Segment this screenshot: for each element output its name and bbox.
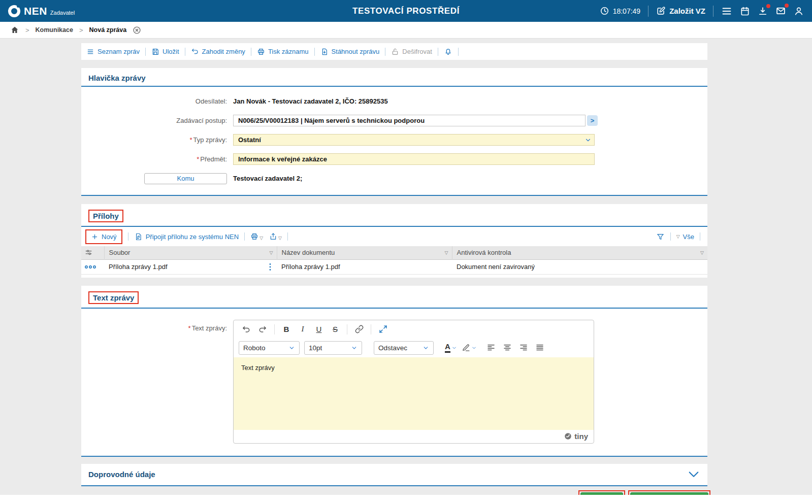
clock-icon [600,6,609,16]
strikethrough-icon: S [333,325,338,333]
server-time: 18:07:49 [600,6,641,16]
divider [274,324,275,334]
section-message-text: Text zprávy *Text zprávy: B I U S [81,286,707,457]
bell-icon [444,47,452,56]
sliders-icon [84,248,93,257]
discard-changes-button[interactable]: Zahodit změny [191,48,245,56]
subject-input[interactable]: Informace k veřejné zakázce [233,153,595,165]
editor-fullscreen-button[interactable] [375,322,391,336]
align-justify-button[interactable] [532,341,547,355]
cell-antivirus: Dokument není zavirovaný [452,259,707,274]
table-row[interactable]: Příloha zprávy 1.pdf Příloha zprávy 1.pd… [81,259,707,274]
nen-home-logo[interactable]: NEN Zadavatel [8,5,75,17]
annotation-highlight: Nový [85,229,122,244]
font-family-select[interactable]: Roboto [239,341,300,355]
highlight-color-button[interactable] [462,344,477,352]
close-tab-button[interactable] [133,26,141,35]
subject-label: *Předmět: [81,155,233,163]
print-attachments-button[interactable]: ▽ [250,232,263,241]
home-button[interactable] [10,25,19,35]
bold-icon: B [284,325,289,333]
notifications-button[interactable] [444,47,452,56]
new-attachment-button[interactable]: Nový [91,233,117,241]
editor-redo-button[interactable] [255,322,270,336]
cell-file: Příloha zprávy 1.pdf [104,259,277,274]
separator [648,6,648,17]
column-header-antivirova-kontrola[interactable]: Antivirová kontrola▽ [452,246,707,259]
procedure-input[interactable]: N006/25/V00012183 | Nájem serverů s tech… [233,115,586,126]
editor-content[interactable]: Text zprávy [234,357,594,430]
messages-button[interactable] [775,6,786,16]
section-title-prilohy: Přílohy [93,212,119,220]
downloads-button[interactable] [758,6,768,16]
decrypt-button[interactable]: Dešifrovat [391,48,432,56]
align-center-button[interactable] [500,341,515,355]
dropdown-triangle-icon: ▽ [259,236,263,241]
save-button[interactable]: Uložit [151,48,179,56]
export-attachments-button[interactable]: ▽ [269,232,282,241]
record-toolbar: Seznam zpráv Uložit Zahodit změny Tisk z… [81,43,707,60]
attach-document-icon [134,232,143,241]
font-size-select[interactable]: 10pt [304,341,362,355]
chevron-down-icon [584,137,592,144]
message-type-value: Ostatní [238,136,261,144]
profile-button[interactable] [794,6,804,16]
separator [314,48,315,56]
align-right-button[interactable] [516,341,531,355]
editor-undo-button[interactable] [239,322,254,336]
open-procedure-button[interactable]: > [587,115,598,126]
brand-role: Zadavatel [50,10,75,16]
column-header-nazev-dokumentu[interactable]: Název dokumentu▽ [277,246,452,259]
link-icon [355,325,364,333]
top-header: NEN Zadavatel TESTOVACÍ PROSTŘEDÍ 18:07:… [0,0,812,22]
cell-menu-icon[interactable] [268,263,272,271]
filter-triangle-icon[interactable]: ▽ [700,250,704,255]
column-header-soubor[interactable]: Soubor▽ [104,246,277,259]
align-left-button[interactable] [483,341,499,355]
document-download-icon [320,48,329,56]
editor-bold-button[interactable]: B [279,322,294,336]
expand-section-button[interactable] [688,471,699,478]
tiny-logo-icon [564,432,572,440]
block-format-select[interactable]: Odstavec [374,341,434,355]
recipients-button[interactable]: Komu [144,173,227,184]
message-list-button[interactable]: Seznam zpráv [86,48,140,56]
section-title-hlavicka: Hlavička zprávy [88,74,146,82]
editor-strikethrough-button[interactable]: S [328,322,343,336]
font-size-value: 10pt [309,344,322,352]
chevron-down-icon [471,345,477,351]
calendar-button[interactable] [740,6,750,16]
menu-button[interactable] [721,6,732,17]
attachments-toolbar: Nový Připojit přílohu ze systému NEN ▽ ▽ [81,227,707,246]
filter-button[interactable] [656,232,665,241]
save-icon [151,48,159,56]
filter-triangle-icon[interactable]: ▽ [270,250,273,255]
highlighter-icon [462,344,470,352]
breadcrumb-item-komunikace[interactable]: Komunikace [36,26,73,33]
separator [287,232,288,241]
create-vz-button[interactable]: Založit VZ [656,6,705,16]
hamburger-icon [721,6,732,17]
text-color-button[interactable]: A [445,343,457,353]
filter-all-button[interactable]: ▽ Vše [676,233,694,241]
home-icon [10,25,19,35]
mail-icon [775,6,786,16]
sender-label: Odesílatel: [81,97,233,105]
download-message-button[interactable]: Stáhnout zprávu [320,48,380,56]
table-settings-button[interactable] [81,246,104,259]
table-header-row: Soubor▽ Název dokumentu▽ Antivirová kont… [81,246,707,259]
message-type-select[interactable]: Ostatní [233,134,595,146]
breadcrumb-item-nova-zprava[interactable]: Nová zpráva [89,26,127,33]
filter-triangle-icon[interactable]: ▽ [445,250,448,255]
editor-italic-button[interactable]: I [295,322,310,336]
fullscreen-icon [379,325,387,333]
separator [458,48,459,56]
section-additional-data: Doprovodné údaje [81,464,707,486]
attach-from-nen-button[interactable]: Připojit přílohu ze systému NEN [134,232,239,241]
calendar-icon [740,6,750,16]
row-handle-cell[interactable] [81,259,104,274]
procedure-value: N006/25/V00012183 | Nájem serverů s tech… [238,117,425,124]
editor-underline-button[interactable]: U [311,322,327,336]
editor-link-button[interactable] [351,322,367,336]
print-record-button[interactable]: Tisk záznamu [257,48,309,56]
